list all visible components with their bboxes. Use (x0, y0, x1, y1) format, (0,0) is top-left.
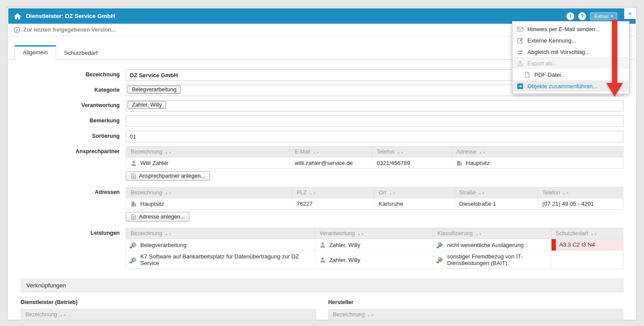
menu-item-label: Objekte zusammenführen... (527, 83, 598, 90)
sortierung-label: Sortierung (21, 131, 126, 142)
sort-icon (479, 151, 486, 154)
button-label: Ansprechpartner anlegen... (139, 173, 205, 179)
green-check-icon (129, 259, 134, 264)
cell-telefon: (07 21) 49 05 - 4201 (537, 198, 623, 210)
edit-icon (517, 37, 523, 44)
menu-item-label: PDF-Datei... (534, 72, 566, 78)
column-label: Straße (459, 190, 476, 196)
cell-ort: Karlsruhe (374, 198, 455, 210)
column-header-adresse[interactable]: Adresse (452, 147, 623, 158)
table-header-row: Bezeichnung PLZ Ort Straße Telefon (126, 187, 623, 198)
sort-icon (165, 151, 172, 154)
column-header-schutzbedarf[interactable]: Schutzbedarf (551, 228, 623, 239)
column-label: Bezeichnung (333, 312, 365, 318)
adressen-table: Bezeichnung PLZ Ort Straße Telefon Haupt… (126, 187, 623, 210)
table-row[interactable]: Willi Zahler willi.zahler@service.de 032… (126, 158, 623, 169)
ansprechpartner-anlegen-button[interactable]: Ansprechpartner anlegen... (126, 171, 210, 181)
column-header-telefon[interactable]: Telefon (372, 147, 452, 158)
column-header-verantwortung[interactable]: Verantwortung (315, 228, 433, 239)
help-icon[interactable]: ? (578, 12, 586, 20)
chevron-down-icon: ▾ (611, 14, 613, 18)
column-header-bezeichnung[interactable]: Bezeichnung (328, 309, 623, 320)
column-header-plz[interactable]: PLZ (292, 187, 374, 198)
window-title: Dienstleister: DZ Service GmbH (26, 13, 115, 19)
table-header-row: Bezeichnung E-Mail Telefon Adresse (126, 147, 623, 158)
verknuepfungen-section-header: Verknüpfungen (21, 279, 623, 292)
column-label: Telefon (377, 149, 394, 155)
column-label: Adresse (456, 149, 477, 155)
cell-plz: 76227 (292, 198, 374, 210)
column-label: Klassifizierung (438, 230, 473, 236)
verantwortung-label: Verantwortung (21, 100, 126, 111)
sort-icon (397, 151, 404, 154)
green-check-icon (436, 259, 441, 264)
menu-item-label: Hinweis per E-Mail senden... (527, 26, 600, 32)
column-label: Telefon (542, 190, 560, 196)
menu-item-externe-kennung[interactable]: Externe Kennung... (512, 35, 629, 46)
column-header-klassifizierung[interactable]: Klassifizierung (433, 228, 551, 239)
column-label: Bezeichnung (131, 149, 162, 155)
table-row[interactable]: K7 Software auf Bankarbeitsplatz für Dat… (126, 251, 623, 269)
tab-content-allgemein: Bezeichnung Kategorie Belegverarbeitung … (7, 60, 637, 320)
column-header-bezeichnung[interactable]: Bezeichnung (126, 147, 290, 158)
menu-item-abgleich-vorschlag[interactable]: Abgleich mit Vorschlag... (512, 46, 629, 57)
sortierung-field[interactable] (126, 131, 623, 142)
ansprechpartner-table: Bezeichnung E-Mail Telefon Adresse Willi… (126, 146, 623, 169)
cell-telefon: 0321/456789 (372, 158, 452, 169)
column-header-bezeichnung[interactable]: Bezeichnung (126, 228, 315, 239)
sort-icon (475, 233, 482, 236)
person-icon (131, 160, 137, 166)
column-label: Bezeichnung (25, 312, 57, 318)
table-header-row: Bezeichnung (328, 309, 623, 320)
column-header-email[interactable]: E-Mail (290, 147, 372, 158)
extras-button[interactable]: Extras ▾ (590, 12, 617, 20)
merge-icon (517, 83, 523, 90)
gear-icon (131, 242, 137, 248)
table-header-row: Bezeichnung (21, 309, 316, 320)
column-header-bezeichnung[interactable]: Bezeichnung (21, 309, 316, 320)
cell-bezeichnung: Hauptsitz (140, 201, 164, 207)
sort-icon (478, 192, 485, 195)
close-icon[interactable]: ✕ (624, 8, 636, 19)
menu-item-export-als: Export als... (512, 57, 629, 69)
column-header-telefon[interactable]: Telefon (537, 187, 623, 198)
menu-item-pdf-datei[interactable]: PDF-Datei... (512, 69, 629, 80)
sort-icon (165, 192, 172, 195)
last-released-version-link[interactable]: Zur letzten freigegebenen Version... (23, 27, 116, 33)
sort-icon (591, 233, 598, 236)
cell-email: willi.zahler@service.de (290, 158, 372, 169)
column-label: Bezeichnung (131, 230, 162, 236)
table-row[interactable]: Hauptsitz 76227 Karlsruhe Dieselstraße 1… (126, 198, 623, 210)
cell-bezeichnung: K7 Software auf Bankarbeitsplatz für Dat… (140, 253, 310, 266)
sort-icon (165, 233, 172, 236)
verantwortung-chip[interactable]: Zahler, Willy (128, 101, 166, 109)
dienstleister-betrieb-title: Dienstleister (Betrieb) (21, 299, 316, 305)
verantwortung-field[interactable]: Zahler, Willy (126, 100, 623, 111)
info-icon[interactable]: i (566, 12, 574, 20)
menu-item-objekte-zusammenfuehren[interactable]: Objekte zusammenführen... (512, 80, 629, 92)
cell-schutzbedarf (551, 251, 623, 269)
kategorie-label: Kategorie (21, 85, 126, 96)
column-header-strasse[interactable]: Straße (455, 187, 537, 198)
adresse-anlegen-button[interactable]: Adresse anlegen... (126, 212, 189, 222)
cell-verantwortung: Zahler, Willy (329, 242, 360, 248)
adressen-label: Adressen (21, 187, 126, 222)
tab-schutzbedarf[interactable]: Schutzbedarf (56, 46, 106, 60)
hersteller-title: Hersteller (328, 299, 624, 305)
building-icon (456, 160, 463, 166)
schutzbedarf-flag (551, 239, 556, 251)
column-header-ort[interactable]: Ort (374, 187, 455, 198)
tab-allgemein[interactable]: Allgemein (14, 45, 56, 60)
kategorie-chip[interactable]: Belegverarbeitung (128, 86, 181, 93)
column-label: PLZ (297, 190, 307, 196)
cell-klassifizierung: sonstiger Fremdbezug von IT-Dienstleistu… (447, 253, 547, 266)
menu-item-hinweis-email[interactable]: Hinweis per E-Mail senden... (512, 23, 629, 35)
table-row[interactable]: Belegverarbeitung Zahler, Willy nicht we… (126, 239, 623, 251)
bemerkung-field[interactable] (126, 115, 623, 127)
bemerkung-label: Bemerkung (21, 115, 126, 127)
column-header-bezeichnung[interactable]: Bezeichnung (126, 187, 292, 198)
titlebar-actions: i ? Extras ▾ (566, 12, 630, 20)
cell-bezeichnung: Belegverarbeitung (140, 242, 187, 248)
column-label: Ort (379, 190, 386, 196)
sort-icon (310, 192, 317, 195)
